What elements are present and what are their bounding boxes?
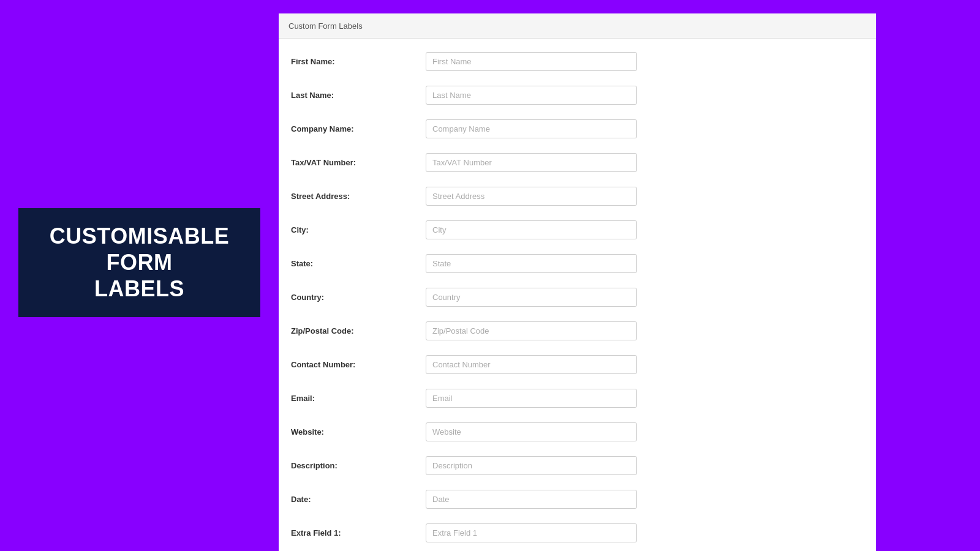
form-row-date: Date:: [291, 482, 864, 516]
input-wrap-website: [426, 422, 864, 441]
input-wrap-tax-vat-number: [426, 153, 864, 172]
form-row-contact-number: Contact Number:: [291, 348, 864, 381]
form-panel-header: Custom Form Labels: [279, 13, 876, 39]
input-extra-field-1[interactable]: [426, 523, 637, 542]
input-email[interactable]: [426, 389, 637, 408]
input-website[interactable]: [426, 422, 637, 441]
input-company-name[interactable]: [426, 119, 637, 138]
input-zip-postal-code[interactable]: [426, 321, 637, 340]
form-body: First Name:Last Name:Company Name:Tax/VA…: [279, 39, 876, 551]
input-contact-number[interactable]: [426, 355, 637, 374]
form-row-city: City:: [291, 213, 864, 247]
form-row-extra-field-1: Extra Field 1:: [291, 516, 864, 550]
form-row-website: Website:: [291, 415, 864, 449]
label-company-name: Company Name:: [291, 119, 426, 133]
input-city[interactable]: [426, 220, 637, 239]
input-wrap-date: [426, 490, 864, 509]
label-contact-number: Contact Number:: [291, 355, 426, 369]
label-street-address: Street Address:: [291, 187, 426, 201]
label-last-name: Last Name:: [291, 86, 426, 100]
input-street-address[interactable]: [426, 187, 637, 206]
form-row-state: State:: [291, 247, 864, 280]
form-row-tax-vat-number: Tax/VAT Number:: [291, 146, 864, 179]
input-wrap-state: [426, 254, 864, 273]
form-row-first-name: First Name:: [291, 45, 864, 78]
input-wrap-extra-field-1: [426, 523, 864, 542]
hero-label-text: CUSTOMISABLE FORM LABELS: [36, 223, 243, 302]
input-first-name[interactable]: [426, 52, 637, 71]
input-description[interactable]: [426, 456, 637, 475]
label-description: Description:: [291, 456, 426, 470]
form-row-zip-postal-code: Zip/Postal Code:: [291, 314, 864, 348]
input-date[interactable]: [426, 490, 637, 509]
hero-line1: CUSTOMISABLE FORM: [50, 223, 229, 275]
label-email: Email:: [291, 389, 426, 403]
input-country[interactable]: [426, 288, 637, 307]
label-first-name: First Name:: [291, 52, 426, 66]
input-state[interactable]: [426, 254, 637, 273]
input-wrap-street-address: [426, 187, 864, 206]
label-extra-field-1: Extra Field 1:: [291, 523, 426, 538]
form-row-street-address: Street Address:: [291, 179, 864, 213]
input-wrap-first-name: [426, 52, 864, 71]
input-last-name[interactable]: [426, 86, 637, 105]
input-tax-vat-number[interactable]: [426, 153, 637, 172]
form-panel: Custom Form Labels First Name:Last Name:…: [279, 13, 876, 551]
input-wrap-contact-number: [426, 355, 864, 374]
label-tax-vat-number: Tax/VAT Number:: [291, 153, 426, 167]
label-date: Date:: [291, 490, 426, 504]
form-row-last-name: Last Name:: [291, 78, 864, 112]
input-wrap-zip-postal-code: [426, 321, 864, 340]
input-wrap-country: [426, 288, 864, 307]
input-wrap-description: [426, 456, 864, 475]
hero-line2: LABELS: [94, 276, 184, 301]
label-state: State:: [291, 254, 426, 268]
label-website: Website:: [291, 422, 426, 437]
form-row-country: Country:: [291, 280, 864, 314]
form-row-email: Email:: [291, 381, 864, 415]
form-row-company-name: Company Name:: [291, 112, 864, 146]
input-wrap-email: [426, 389, 864, 408]
label-zip-postal-code: Zip/Postal Code:: [291, 321, 426, 335]
input-wrap-company-name: [426, 119, 864, 138]
input-wrap-last-name: [426, 86, 864, 105]
hero-label: CUSTOMISABLE FORM LABELS: [18, 208, 260, 317]
form-panel-title: Custom Form Labels: [288, 21, 363, 31]
input-wrap-city: [426, 220, 864, 239]
label-country: Country:: [291, 288, 426, 302]
form-row-description: Description:: [291, 449, 864, 482]
label-city: City:: [291, 220, 426, 234]
